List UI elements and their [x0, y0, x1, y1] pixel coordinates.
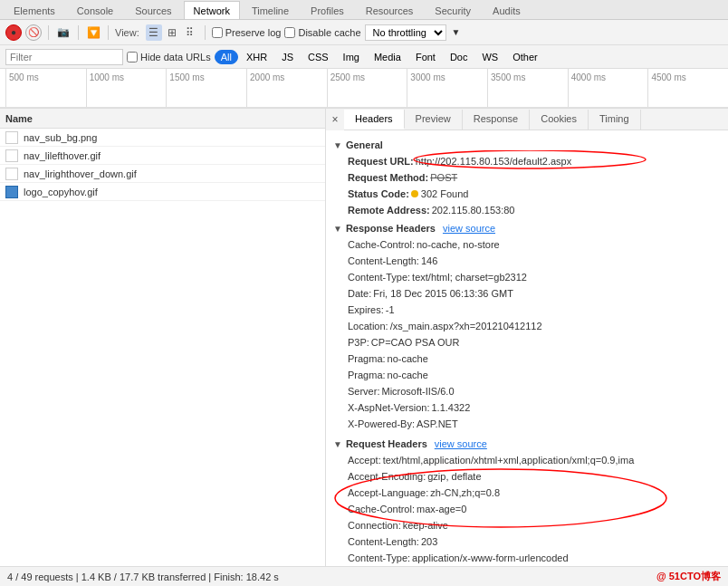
response-header-key: Content-Type:: [348, 270, 410, 284]
response-headers-triangle: ▼: [333, 224, 342, 234]
throttle-select[interactable]: No throttling: [365, 24, 446, 41]
response-headers-section-header[interactable]: ▼ Response Headers view source: [333, 223, 721, 234]
panel-tabs-row: × HeadersPreviewResponseCookiesTiming: [326, 109, 728, 130]
type-btn-other[interactable]: Other: [506, 50, 544, 64]
filter-icon[interactable]: 🔽: [85, 24, 101, 41]
headers-content: ▼ General Request URL: http://202.115.80…: [326, 130, 728, 566]
status-dot: [411, 190, 418, 197]
clear-button[interactable]: 🚫: [25, 24, 42, 41]
filter-bar: Hide data URLs AllXHRJSCSSImgMediaFontDo…: [0, 45, 728, 69]
tab-console[interactable]: Console: [67, 1, 123, 19]
panel-tabs: HeadersPreviewResponseCookiesTiming: [344, 110, 641, 130]
status-code-val: 302 Found: [411, 187, 469, 201]
hide-data-urls-text: Hide data URLs: [140, 52, 211, 62]
preserve-log-label: Preserve log: [225, 27, 282, 38]
main-content: Name nav_sub_bg.pngnav_lilefthover.gifna…: [0, 109, 728, 566]
type-btn-font[interactable]: Font: [409, 50, 442, 64]
request-header-row: Accept: text/html,application/xhtml+xml,…: [348, 453, 721, 467]
hide-data-urls-label[interactable]: Hide data URLs: [127, 52, 211, 62]
response-header-key: Expires:: [348, 303, 384, 317]
status-text: 4 / 49 requests | 1.4 KB / 17.7 KB trans…: [7, 572, 279, 582]
response-headers-rows: Cache-Control: no-cache, no-storeContent…: [333, 237, 721, 431]
response-header-val: /xs_main.aspx?xh=201210412112: [390, 319, 542, 333]
camera-icon[interactable]: 📷: [55, 24, 72, 41]
panel-tab-cookies[interactable]: Cookies: [530, 110, 589, 130]
request-header-val: keep-alive: [403, 518, 448, 533]
request-headers-view-source[interactable]: view source: [435, 438, 487, 449]
ruler-tick: 1000 ms: [86, 69, 167, 107]
type-btn-doc[interactable]: Doc: [444, 50, 474, 64]
request-headers-section-header[interactable]: ▼ Request Headers view source: [333, 438, 721, 449]
tab-audits[interactable]: Audits: [483, 1, 531, 19]
file-list-panel: Name nav_sub_bg.pngnav_lilefthover.gifna…: [0, 109, 326, 566]
tab-network[interactable]: Network: [184, 1, 240, 19]
preserve-log-checkbox[interactable]: [212, 27, 223, 38]
request-header-row: Cache-Control: max-age=0: [348, 502, 721, 516]
request-header-key: Content-Type:: [348, 551, 410, 565]
file-name: nav_lirighthover_down.gif: [24, 168, 137, 179]
response-header-key: Cache-Control:: [348, 237, 415, 252]
response-headers-view-source[interactable]: view source: [443, 223, 495, 234]
ruler-tick: 2000 ms: [246, 69, 327, 107]
panel-tab-timing[interactable]: Timing: [589, 110, 641, 130]
panel-tab-response[interactable]: Response: [463, 110, 531, 130]
panel-tab-preview[interactable]: Preview: [405, 110, 463, 130]
disable-cache-checkbox-label[interactable]: Disable cache: [284, 27, 360, 38]
file-item[interactable]: nav_lilefthover.gif: [0, 147, 325, 165]
status-code-text: 302 Found: [421, 188, 469, 199]
file-item[interactable]: logo_copyhov.gif: [0, 183, 325, 201]
response-header-row: Content-Length: 146: [348, 254, 721, 268]
response-header-val: Microsoft-IIS/6.0: [381, 384, 454, 399]
type-btn-ws[interactable]: WS: [475, 50, 504, 64]
close-panel-button[interactable]: ×: [326, 109, 344, 130]
type-btn-all[interactable]: All: [215, 50, 238, 64]
type-btn-js[interactable]: JS: [275, 50, 300, 64]
ruler-tick: 4000 ms: [568, 69, 648, 107]
headers-panel: × HeadersPreviewResponseCookiesTiming ▼ …: [326, 109, 728, 566]
filter-input[interactable]: [5, 49, 123, 65]
file-list-header: Name: [0, 109, 325, 129]
type-btn-media[interactable]: Media: [368, 50, 407, 64]
tab-profiles[interactable]: Profiles: [301, 1, 354, 19]
separator-2: [78, 25, 79, 40]
response-header-key: Date:: [348, 286, 371, 301]
type-btn-img[interactable]: Img: [337, 50, 366, 64]
request-method-val: POST: [430, 170, 457, 185]
hide-data-urls-checkbox[interactable]: [127, 52, 138, 62]
separator-4: [205, 25, 206, 40]
preserve-log-checkbox-label[interactable]: Preserve log: [212, 27, 282, 38]
tab-security[interactable]: Security: [425, 1, 481, 19]
type-btn-xhr[interactable]: XHR: [240, 50, 273, 64]
request-header-val: application/x-www-form-urlencoded: [412, 551, 568, 565]
panel-tab-headers[interactable]: Headers: [344, 110, 405, 130]
request-headers-section-title: Request Headers: [346, 438, 427, 449]
file-item[interactable]: nav_lirighthover_down.gif: [0, 165, 325, 183]
tab-resources[interactable]: Resources: [356, 1, 424, 19]
file-item[interactable]: nav_sub_bg.png: [0, 129, 325, 147]
request-header-key: Accept:: [348, 453, 381, 467]
general-section-header[interactable]: ▼ General: [333, 139, 721, 150]
request-method-key: Request Method:: [348, 170, 428, 185]
disable-cache-checkbox[interactable]: [284, 27, 295, 38]
request-headers-rows: Accept: text/html,application/xhtml+xml,…: [333, 453, 721, 565]
file-name: nav_sub_bg.png: [24, 132, 97, 143]
tab-elements[interactable]: Elements: [4, 1, 65, 19]
response-header-row: Location: /xs_main.aspx?xh=201210412112: [348, 319, 721, 333]
record-button[interactable]: ●: [5, 24, 22, 41]
tab-timeline[interactable]: Timeline: [242, 1, 299, 19]
status-bar: 4 / 49 requests | 1.4 KB / 17.7 KB trans…: [0, 566, 728, 586]
view-scatter-icon[interactable]: ⠿: [182, 24, 198, 41]
view-label: View:: [115, 27, 139, 38]
response-header-val: ASP.NET: [417, 417, 458, 431]
response-header-row: Date: Fri, 18 Dec 2015 06:13:36 GMT: [348, 286, 721, 301]
request-header-key: Content-Length:: [348, 534, 419, 549]
view-list-icon[interactable]: ☰: [146, 24, 162, 41]
type-btn-css[interactable]: CSS: [302, 50, 335, 64]
tab-sources[interactable]: Sources: [125, 1, 181, 19]
file-icon: [5, 149, 18, 162]
file-name: logo_copyhov.gif: [24, 187, 98, 197]
separator-1: [48, 25, 49, 40]
tab-bar: Elements Console Sources Network Timelin…: [0, 0, 728, 20]
view-grid-icon[interactable]: ⊞: [164, 24, 180, 41]
response-header-key: Content-Length:: [348, 254, 419, 268]
